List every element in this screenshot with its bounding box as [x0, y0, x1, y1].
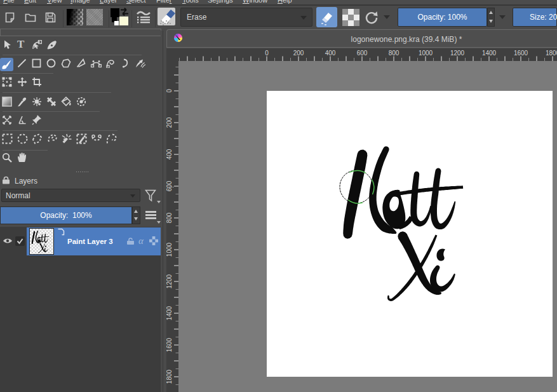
svg-text:0: 0 — [265, 50, 269, 57]
svg-text:400: 400 — [166, 149, 173, 159]
svg-text:1400: 1400 — [482, 50, 497, 57]
svg-text:1000: 1000 — [419, 50, 433, 57]
svg-text:1200: 1200 — [166, 274, 173, 288]
svg-text:1000: 1000 — [166, 242, 173, 257]
svg-text:1600: 1600 — [166, 337, 173, 352]
svg-text:1200: 1200 — [450, 50, 465, 57]
svg-text:0: 0 — [166, 89, 173, 93]
svg-text:800: 800 — [389, 50, 399, 57]
svg-text:600: 600 — [357, 50, 368, 57]
svg-text:1800: 1800 — [166, 369, 173, 384]
svg-text:200: 200 — [166, 117, 173, 128]
svg-text:400: 400 — [325, 50, 336, 57]
svg-text:600: 600 — [166, 180, 173, 191]
svg-text:200: 200 — [293, 50, 304, 57]
svg-text:1600: 1600 — [514, 50, 528, 57]
svg-text:800: 800 — [166, 212, 173, 223]
svg-text:1400: 1400 — [166, 306, 173, 320]
svg-text:1800: 1800 — [546, 50, 557, 57]
